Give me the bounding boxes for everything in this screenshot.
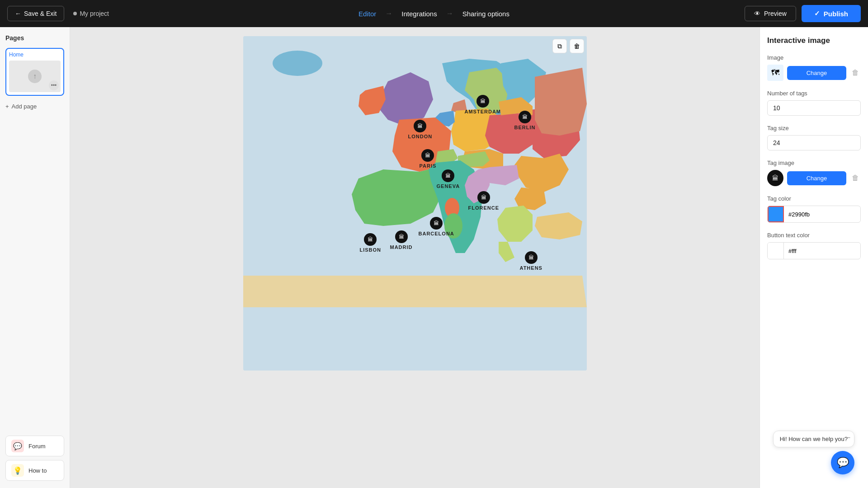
preview-label: Preview: [764, 10, 787, 17]
tag-color-input[interactable]: [784, 207, 861, 221]
topnav-left: ← Save & Exit My project: [7, 6, 109, 21]
pin-athens[interactable]: 🏛 ATHENS: [520, 251, 542, 271]
right-panel: Interactive image Image 🗺 Change 🗑 Numbe…: [760, 27, 868, 488]
add-page-button[interactable]: + Add page: [5, 101, 64, 112]
project-dot: [73, 12, 77, 15]
pin-madrid[interactable]: 🏛 MADRID: [390, 230, 413, 250]
forum-icon: 💬: [11, 440, 24, 452]
panel-btn-text-color-section: Button text color: [767, 232, 861, 259]
tag-size-label: Tag size: [767, 125, 861, 131]
nav-step-integrations[interactable]: Integrations: [398, 8, 440, 19]
pin-label-geneva: GENEVA: [437, 183, 460, 189]
tag-image-row: 🏛 Change 🗑: [767, 170, 861, 186]
eye-icon: 👁: [754, 10, 760, 17]
pin-label-madrid: MADRID: [390, 244, 413, 250]
arrow-left-icon: ←: [15, 10, 21, 17]
change-tag-button[interactable]: Change: [787, 171, 846, 185]
howto-button[interactable]: 💡 How to: [5, 460, 64, 481]
page-thumbnail: ↑ •••: [9, 61, 61, 92]
preview-button[interactable]: 👁 Preview: [745, 6, 796, 21]
topnav-center: Editor → Integrations → Sharing options: [355, 8, 513, 19]
chat-minimize-button[interactable]: −: [846, 434, 850, 442]
pin-icon-amsterdam: 🏛: [476, 95, 489, 108]
save-exit-label: Save & Exit: [24, 10, 57, 17]
canvas-controls: ⧉ 🗑: [552, 39, 584, 53]
pin-florence[interactable]: 🏛 FLORENCE: [468, 191, 500, 211]
image-label: Image: [767, 54, 861, 61]
map-container: 🏛 AMSTERDAM 🏛 BERLIN 🏛 LONDON 🏛 PARIS 🏛: [243, 36, 587, 371]
check-icon: ✓: [814, 9, 820, 18]
pin-berlin[interactable]: 🏛 BERLIN: [514, 111, 536, 130]
svg-point-1: [273, 51, 322, 76]
pin-icon-geneva: 🏛: [442, 169, 454, 182]
pin-paris[interactable]: 🏛 PARIS: [420, 149, 437, 169]
project-name: My project: [73, 10, 109, 17]
pin-label-barcelona: BARCELONA: [419, 231, 454, 236]
delete-tag-button[interactable]: 🗑: [850, 172, 861, 184]
save-exit-button[interactable]: ← Save & Exit: [7, 6, 64, 21]
image-row: 🗺 Change 🗑: [767, 65, 861, 81]
pin-icon-florence: 🏛: [477, 191, 490, 204]
page-thumbnail-icon: ↑: [28, 70, 42, 83]
tag-image-thumbnail: 🏛: [767, 170, 783, 186]
duplicate-canvas-button[interactable]: ⧉: [552, 39, 567, 53]
pin-london[interactable]: 🏛 LONDON: [408, 120, 433, 139]
chat-help-bar: Hi! How can we help you? −: [773, 431, 854, 447]
tag-color-label: Tag color: [767, 195, 861, 202]
page-dots-button[interactable]: •••: [49, 80, 59, 90]
howto-label: How to: [28, 467, 47, 474]
panel-image-section: Image 🗺 Change 🗑: [767, 54, 861, 81]
chat-bubble-button[interactable]: 💬: [831, 451, 854, 474]
pin-geneva[interactable]: 🏛 GENEVA: [437, 169, 460, 189]
btn-text-color-row: [767, 242, 861, 259]
nav-step-sharing[interactable]: Sharing options: [459, 8, 513, 19]
nav-step-editor[interactable]: Editor: [355, 8, 380, 19]
page-card-home[interactable]: Home ↑ •••: [5, 48, 64, 96]
pin-icon-berlin: 🏛: [519, 111, 531, 123]
panel-tag-size-section: Tag size: [767, 125, 861, 150]
pin-label-florence: FLORENCE: [468, 205, 500, 211]
num-tags-input[interactable]: [767, 100, 861, 116]
pin-icon-madrid: 🏛: [395, 230, 408, 243]
btn-text-color-swatch[interactable]: [768, 243, 784, 259]
delete-canvas-button[interactable]: 🗑: [570, 39, 584, 53]
pages-title: Pages: [5, 34, 64, 42]
pin-icon-london: 🏛: [414, 120, 426, 132]
pin-barcelona[interactable]: 🏛 BARCELONA: [419, 217, 454, 236]
page-card-home-label: Home: [9, 52, 61, 58]
topnav: ← Save & Exit My project Editor → Integr…: [0, 0, 868, 27]
plus-icon: +: [5, 103, 9, 110]
panel-title: Interactive image: [767, 36, 861, 45]
project-name-label: My project: [80, 10, 109, 17]
pin-icon-barcelona: 🏛: [430, 217, 443, 230]
forum-label: Forum: [28, 443, 46, 450]
change-image-button[interactable]: Change: [787, 66, 846, 80]
topnav-right: 👁 Preview ✓ Publish: [745, 5, 861, 22]
tag-size-input[interactable]: [767, 135, 861, 150]
delete-image-button[interactable]: 🗑: [850, 67, 861, 79]
pin-icon-paris: 🏛: [421, 149, 434, 162]
panel-num-tags-section: Number of tags: [767, 90, 861, 116]
canvas-area: ⧉ 🗑: [70, 27, 760, 488]
publish-button[interactable]: ✓ Publish: [802, 5, 861, 22]
forum-button[interactable]: 💬 Forum: [5, 436, 64, 456]
pin-label-athens: ATHENS: [520, 265, 542, 271]
btn-text-color-label: Button text color: [767, 232, 861, 239]
pin-icon-athens: 🏛: [525, 251, 538, 264]
pin-label-berlin: BERLIN: [514, 125, 536, 130]
panel-tag-color-section: Tag color: [767, 195, 861, 223]
nav-arrow-2: →: [446, 9, 453, 18]
pin-label-paris: PARIS: [420, 163, 437, 169]
pin-label-lisbon: LISBON: [360, 247, 382, 253]
btn-text-color-input[interactable]: [784, 244, 861, 258]
pin-label-london: LONDON: [408, 134, 433, 139]
europe-map-svg: [243, 36, 587, 371]
nav-arrow-1: →: [385, 9, 392, 18]
sidebar-bottom: 💬 Forum 💡 How to: [5, 436, 64, 481]
tag-color-swatch[interactable]: [768, 206, 784, 222]
tag-image-label: Tag image: [767, 160, 861, 166]
main-layout: Pages Home ↑ ••• + Add page 💬 Forum 💡 Ho…: [0, 27, 868, 488]
chat-help-text: Hi! How can we help you?: [780, 436, 848, 442]
pin-amsterdam[interactable]: 🏛 AMSTERDAM: [465, 95, 501, 114]
pin-lisbon[interactable]: 🏛 LISBON: [360, 233, 382, 253]
